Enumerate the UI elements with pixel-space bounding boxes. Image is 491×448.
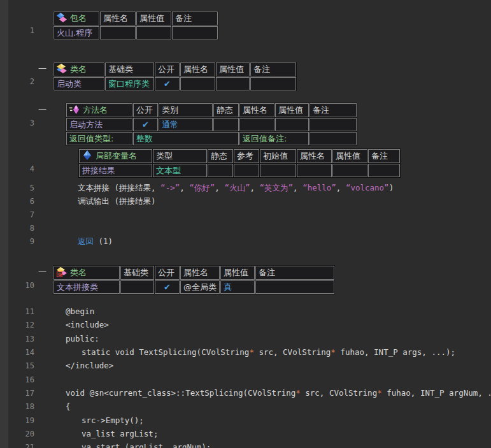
attr-value-cell[interactable]: 真 [220, 280, 255, 294]
cell[interactable] [180, 77, 215, 90]
method-table-title-cell: 方法名 [66, 103, 132, 117]
code-line-18[interactable]: { [66, 401, 71, 412]
code-line-5[interactable]: 文本拼接 (拼接结果, “->”, “你好”, “火山”, “英文为”, “he… [78, 183, 394, 193]
code-text: fuhao, INT_P argNum, ...) [382, 388, 491, 398]
cell[interactable] [332, 164, 367, 177]
cell[interactable] [368, 164, 400, 177]
method-name-cell[interactable]: 启动方法 [66, 118, 132, 131]
return-type-cell[interactable]: 整数 [133, 132, 239, 145]
public-check-cell[interactable]: ✔ [133, 118, 158, 131]
cell[interactable] [208, 164, 233, 177]
cell[interactable] [250, 77, 296, 90]
string-literal: “volcano” [346, 183, 389, 192]
header-cell: 属性名 [239, 103, 274, 117]
header-cell: 备注 [368, 149, 400, 163]
header-cell: 属性值 [220, 266, 255, 280]
code-line-13[interactable]: public: [66, 334, 99, 344]
cell[interactable] [136, 26, 171, 40]
line-number: 20 [9, 429, 34, 439]
header-cell: 属性名 [180, 266, 220, 280]
cell[interactable] [234, 164, 259, 177]
cell[interactable] [255, 280, 334, 294]
code-text: (1) [94, 236, 113, 246]
line-number: 9 [9, 236, 34, 247]
collapse-toggle[interactable]: — [38, 266, 50, 277]
package-icon [57, 13, 68, 23]
method-icon [69, 105, 80, 115]
keyword-return: 返回 [78, 236, 94, 246]
header-cell: 属性值 [216, 62, 250, 76]
cell[interactable] [239, 118, 274, 131]
code-line-19[interactable]: src->Empty(); [82, 415, 144, 426]
cell[interactable] [260, 164, 296, 177]
gutter-strip [0, 0, 8, 448]
header-cell: 基础类 [105, 62, 154, 76]
var-type-cell[interactable]: 文本型 [153, 164, 207, 177]
global-class-title-cell: G 类名 [53, 266, 120, 280]
code-line-14[interactable]: static void TextSplicing(CVolString* src… [82, 347, 455, 358]
class-name-cell[interactable]: 启动类 [53, 77, 104, 90]
public-check-cell[interactable]: ✔ [155, 77, 180, 90]
line-number: 19 [9, 415, 34, 426]
public-check-cell[interactable]: ✔ [155, 280, 180, 294]
cell[interactable] [275, 118, 309, 131]
code-text: ) [389, 183, 394, 192]
code-text: fuhao, INT_P args, ...); [336, 347, 455, 357]
return-note-cell[interactable] [310, 132, 357, 145]
line-number: 21 [9, 442, 34, 448]
collapse-toggle[interactable]: — [38, 104, 50, 114]
code-line-6[interactable]: 调试输出 (拼接结果) [78, 196, 156, 206]
cell[interactable] [297, 164, 332, 177]
cell[interactable] [216, 77, 250, 90]
line-number: 10 [9, 280, 34, 291]
code-line-15[interactable]: </include> [66, 361, 113, 371]
volans-code-editor: 1 2 3 4 5 6 7 8 9 10 11 12 13 14 15 16 1… [0, 0, 491, 448]
cell[interactable] [213, 118, 239, 131]
line-number: 15 [9, 361, 34, 371]
code-line-20[interactable]: va_list argList; [82, 429, 158, 439]
cell[interactable] [100, 26, 136, 40]
class-name-cell[interactable]: 文本拼接类 [53, 280, 120, 294]
attr-name-cell[interactable]: @全局类 [180, 280, 220, 294]
table-title: 类名 [70, 64, 87, 74]
code-line-17[interactable]: void @sn<current_class>::TextSplicing(CV… [66, 388, 491, 398]
var-name-cell[interactable]: 拼接结果 [79, 164, 152, 177]
line-number: 11 [9, 307, 34, 317]
code-line-21[interactable]: va_start (argList, argNum); [82, 442, 211, 448]
line-number: 3 [9, 118, 34, 128]
line-number: 17 [9, 388, 34, 398]
pointer-star: * [377, 388, 382, 398]
header-cell: 初始值 [260, 149, 296, 163]
header-cell: 公开 [155, 266, 180, 280]
code-line-9[interactable]: 返回 (1) [78, 236, 113, 247]
header-cell: 参考 [234, 149, 259, 163]
collapse-toggle[interactable]: — [38, 63, 50, 73]
cell[interactable] [172, 26, 218, 40]
table-title: 类名 [70, 268, 87, 277]
code-text: src, CVolString [301, 388, 377, 398]
header-cell: 属性名 [180, 62, 215, 76]
line-number: 18 [9, 401, 34, 412]
header-cell: 备注 [250, 62, 296, 76]
global-class-icon: G [57, 267, 68, 277]
line-number: 13 [9, 334, 34, 344]
code-text: , [336, 183, 346, 192]
line-number: 5 [9, 183, 34, 193]
base-class-cell[interactable] [120, 280, 154, 294]
package-table: 包名 属性名 属性值 备注 火山.程序 [53, 11, 218, 40]
header-cell: 属性值 [136, 11, 171, 25]
method-table: 方法名 公开 类别 静态 属性名 属性值 备注 启动方法 ✔ 通常 返回值类型:… [66, 103, 357, 146]
category-cell[interactable]: 通常 [159, 118, 213, 131]
table-title: 包名 [70, 13, 87, 23]
string-literal: “火山” [224, 183, 250, 192]
code-line-12[interactable]: <include> [66, 320, 109, 330]
code-text: , [250, 183, 259, 192]
package-name-cell[interactable]: 火山.程序 [53, 26, 99, 40]
code-text: src, CVolString [254, 347, 331, 357]
return-type-label-cell: 返回值类型: [66, 132, 132, 145]
cell[interactable] [310, 118, 357, 131]
global-class-table: G 类名 基础类 公开 属性名 属性值 备注 文本拼接类 ✔ @全局类 真 [53, 265, 335, 294]
code-line-11[interactable]: @begin [66, 307, 94, 317]
string-literal: “英文为” [260, 183, 294, 192]
base-class-cell[interactable]: 窗口程序类 [105, 77, 154, 90]
